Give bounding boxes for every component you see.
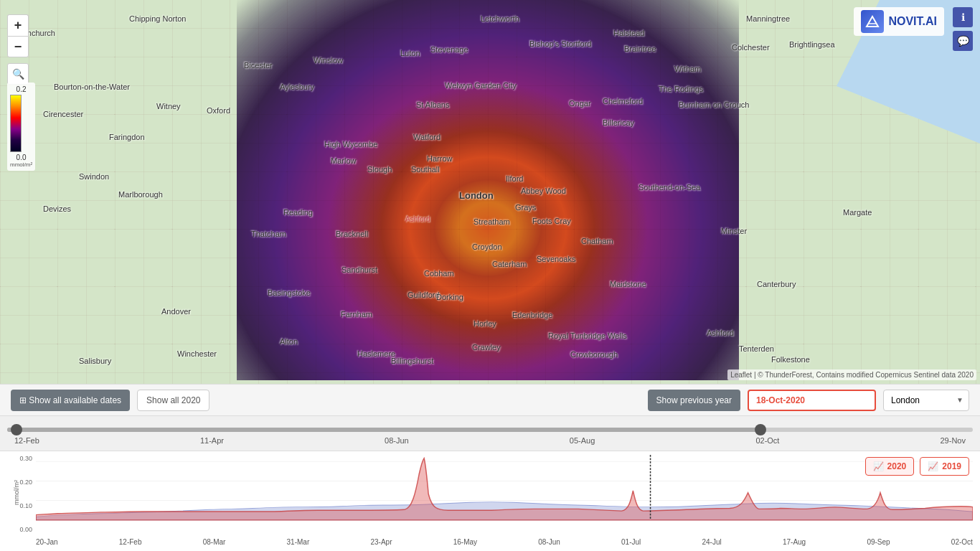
y-label-000: 0.00 bbox=[4, 526, 32, 533]
novit-logo-icon bbox=[861, 10, 884, 33]
x-label-mar: 08-Mar bbox=[203, 538, 226, 546]
timeline-slider[interactable] bbox=[0, 423, 980, 436]
date-input[interactable] bbox=[748, 390, 876, 411]
show-all-dates-button[interactable]: ⊞ Show all available dates bbox=[11, 390, 130, 411]
slider-thumb-right[interactable] bbox=[755, 424, 766, 435]
y-label-030: 0.30 bbox=[4, 455, 32, 462]
y-axis-title: mmol/m² bbox=[13, 480, 20, 505]
map-attribution: Leaflet | © ThunderForest, Contains modi… bbox=[727, 369, 976, 380]
color-legend: 0.2 0.0 mmol/m² bbox=[7, 83, 35, 171]
timeline-container: 12-Feb 11-Apr 08-Jun 05-Aug 02-Oct 29-No… bbox=[0, 416, 980, 551]
legend-2019-label: 2019 bbox=[942, 461, 961, 471]
novit-logo-svg bbox=[864, 14, 880, 29]
date-label-jun: 08-Jun bbox=[385, 436, 409, 445]
x-label-apr: 23-Apr bbox=[370, 538, 392, 546]
date-label-feb: 12-Feb bbox=[14, 436, 39, 445]
x-label-sep: 09-Sep bbox=[867, 538, 890, 546]
toolbar: ⊞ Show all available dates Show all 2020… bbox=[0, 384, 980, 416]
legend-2020-label: 2020 bbox=[887, 461, 907, 471]
x-label-jan: 20-Jan bbox=[36, 538, 58, 546]
x-label-feb: 12-Feb bbox=[119, 538, 142, 546]
zoom-in-button[interactable]: + bbox=[7, 14, 29, 36]
x-label-aug: 17-Aug bbox=[783, 538, 806, 546]
show-previous-year-button[interactable]: Show previous year bbox=[648, 390, 740, 411]
slider-background bbox=[7, 428, 973, 432]
x-label-jul: 01-Jul bbox=[621, 538, 641, 546]
chart-x-axis: 20-Jan 12-Feb 08-Mar 31-Mar 23-Apr 16-Ma… bbox=[36, 533, 973, 551]
legend-2020-button[interactable]: 📈 2020 bbox=[865, 457, 915, 476]
top-right-buttons: ℹ 💬 bbox=[953, 7, 973, 51]
slider-fill bbox=[7, 428, 760, 432]
legend-2019-icon: 📈 bbox=[928, 461, 938, 471]
location-select-wrapper: London Birmingham Manchester Edinburgh ▼ bbox=[883, 390, 969, 411]
novit-logo-text: NOVIT.AI bbox=[888, 15, 937, 28]
chart-legend: 📈 2020 📈 2019 bbox=[865, 457, 969, 476]
chart-2020-area bbox=[36, 458, 973, 520]
legend-unit: mmol/m² bbox=[10, 161, 32, 168]
legend-2020-icon: 📈 bbox=[873, 461, 884, 471]
show-all-2020-button[interactable]: Show all 2020 bbox=[137, 390, 209, 411]
x-label-may: 16-May bbox=[453, 538, 477, 546]
map-search-button[interactable]: 🔍 bbox=[7, 63, 29, 85]
chat-button[interactable]: 💬 bbox=[953, 31, 973, 51]
x-label-mar2: 31-Mar bbox=[287, 538, 310, 546]
date-label-nov: 29-Nov bbox=[941, 436, 966, 445]
zoom-out-button[interactable]: − bbox=[7, 36, 29, 57]
info-button[interactable]: ℹ bbox=[953, 7, 973, 27]
legend-color-bar bbox=[10, 95, 22, 152]
legend-max-value: 0.2 bbox=[10, 85, 32, 93]
x-label-jun: 08-Jun bbox=[538, 538, 560, 546]
chart-area: 0.30 0.20 0.10 0.00 mmol/m² bbox=[0, 451, 980, 551]
chart-svg bbox=[36, 455, 973, 533]
heatmap-overlay bbox=[237, 0, 739, 380]
date-label-oct: 02-Oct bbox=[755, 436, 779, 445]
date-label-aug: 05-Aug bbox=[570, 436, 595, 445]
timeline-top-dates: 12-Feb 11-Apr 08-Jun 05-Aug 02-Oct 29-No… bbox=[0, 436, 980, 445]
map-container[interactable]: London Oxford Reading Guildford Croydon … bbox=[0, 0, 980, 384]
slider-thumb-left[interactable] bbox=[11, 424, 22, 435]
legend-min-value: 0.0 bbox=[10, 154, 32, 161]
novit-branding: NOVIT.AI bbox=[854, 7, 944, 36]
x-label-oct: 02-Oct bbox=[951, 538, 973, 546]
x-label-jul2: 24-Jul bbox=[702, 538, 721, 546]
map-zoom-controls: + − 🔍 bbox=[7, 14, 29, 85]
chart-plot bbox=[36, 455, 973, 533]
location-select[interactable]: London Birmingham Manchester Edinburgh bbox=[883, 390, 969, 411]
date-label-apr: 11-Apr bbox=[200, 436, 224, 445]
legend-2019-button[interactable]: 📈 2019 bbox=[920, 457, 969, 476]
